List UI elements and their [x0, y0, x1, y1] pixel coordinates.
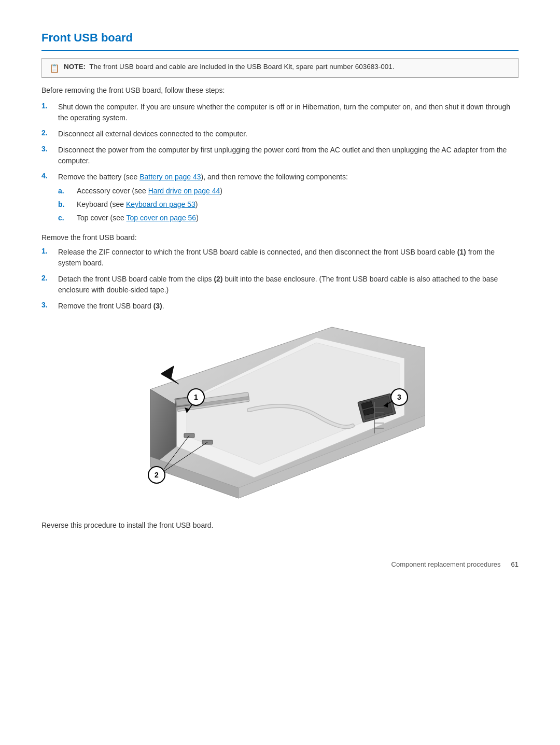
reverse-text: Reverse this procedure to install the fr…	[41, 521, 519, 529]
hard-drive-link[interactable]: Hard drive on page 44	[148, 187, 220, 195]
sub-letter: c.	[58, 213, 77, 223]
diagram-svg: 1 2 3	[135, 322, 425, 509]
note-text: NOTE: The front USB board and cable are …	[64, 63, 395, 71]
note-body: The front USB board and cable are includ…	[89, 63, 394, 71]
sub-text: Top cover (see Top cover on page 56)	[77, 213, 199, 223]
svg-text:2: 2	[155, 471, 159, 479]
bold-ref: (3)	[153, 302, 162, 310]
step-text: Disconnect all external devices connecte…	[58, 129, 519, 139]
remove-list: 1. Release the ZIF connector to which th…	[41, 247, 519, 312]
bold-ref: (2)	[214, 275, 222, 283]
sub-letter: a.	[58, 186, 77, 196]
footer-label: Component replacement procedures	[391, 560, 501, 568]
svg-text:1: 1	[194, 393, 198, 401]
list-item: 3. Remove the front USB board (3).	[41, 301, 519, 312]
list-item: 2. Detach the front USB board cable from…	[41, 274, 519, 296]
step-number: 1.	[41, 247, 58, 255]
list-item: 3. Disconnect the power from the compute…	[41, 145, 519, 166]
sub-list-item: a. Accessory cover (see Hard drive on pa…	[58, 186, 519, 196]
step-number: 1.	[41, 102, 58, 110]
prereq-list: 1. Shut down the computer. If you are un…	[41, 102, 519, 226]
step-text: Release the ZIF connector to which the f…	[58, 247, 519, 269]
diagram-container: 1 2 3	[41, 322, 519, 509]
step-number: 4.	[41, 172, 58, 180]
note-icon: 📋	[49, 63, 60, 73]
sub-letter: b.	[58, 199, 77, 210]
page-title: Front USB board	[41, 31, 519, 45]
step-number: 3.	[41, 145, 58, 153]
step-text: Detach the front USB board cable from th…	[58, 274, 519, 296]
step-number: 2.	[41, 274, 58, 282]
bold-ref: (1)	[457, 248, 466, 256]
intro-text: Before removing the front USB board, fol…	[41, 86, 519, 94]
note-label: NOTE:	[64, 63, 86, 71]
sub-text: Keyboard (see Keyboard on page 53)	[77, 199, 198, 210]
list-item: 4. Remove the battery (see Battery on pa…	[41, 172, 519, 226]
svg-text:3: 3	[397, 393, 401, 401]
sub-list: a. Accessory cover (see Hard drive on pa…	[58, 186, 519, 223]
top-cover-link[interactable]: Top cover on page 56	[126, 214, 196, 222]
title-divider	[41, 50, 519, 51]
footer-page: 61	[511, 560, 519, 568]
list-item: 1. Shut down the computer. If you are un…	[41, 102, 519, 123]
note-box: 📋 NOTE: The front USB board and cable ar…	[41, 58, 519, 78]
step-text: Disconnect the power from the computer b…	[58, 145, 519, 166]
remove-label: Remove the front USB board:	[41, 233, 519, 242]
footer: Component replacement procedures 61	[41, 560, 519, 568]
list-item: 1. Release the ZIF connector to which th…	[41, 247, 519, 269]
step-text: Shut down the computer. If you are unsur…	[58, 102, 519, 123]
sub-list-item: b. Keyboard (see Keyboard on page 53)	[58, 199, 519, 210]
keyboard-link[interactable]: Keyboard on page 53	[126, 200, 195, 208]
step-number: 2.	[41, 129, 58, 137]
step-number: 3.	[41, 301, 58, 309]
sub-list-item: c. Top cover (see Top cover on page 56)	[58, 213, 519, 223]
sub-text: Accessory cover (see Hard drive on page …	[77, 186, 222, 196]
step-text: Remove the front USB board (3).	[58, 301, 519, 312]
battery-link[interactable]: Battery on page 43	[139, 173, 201, 181]
list-item: 2. Disconnect all external devices conne…	[41, 129, 519, 139]
step-text: Remove the battery (see Battery on page …	[58, 172, 519, 226]
